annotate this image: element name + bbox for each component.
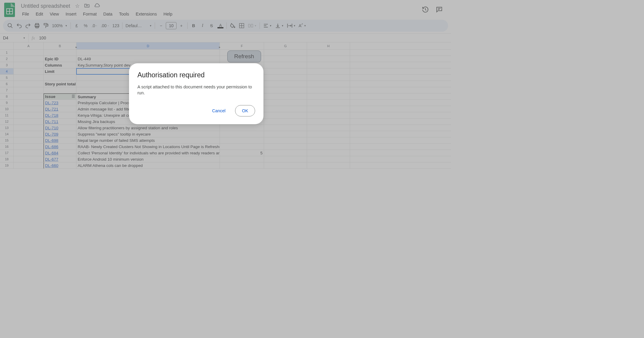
ok-button[interactable]: OK [235, 105, 255, 116]
dialog-message: A script attached to this document needs… [137, 84, 255, 96]
dialog-title: Authorisation required [137, 71, 255, 79]
authorization-dialog: Authorisation required A script attached… [129, 63, 263, 124]
cancel-button[interactable]: Cancel [206, 105, 232, 116]
